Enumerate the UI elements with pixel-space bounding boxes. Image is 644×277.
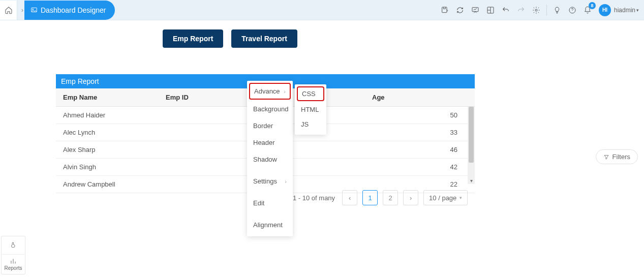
cell-age: 33 xyxy=(365,124,475,141)
cell-id xyxy=(159,107,250,124)
menu-alignment[interactable]: Alignment xyxy=(247,217,293,233)
menu-label: Settings xyxy=(253,177,277,185)
menu-background[interactable]: Background xyxy=(247,101,293,117)
col-emp-name[interactable]: Emp Name xyxy=(56,88,159,106)
username-label: hiadmin xyxy=(614,7,635,14)
scroll-down-icon[interactable]: ▾ xyxy=(468,177,475,184)
undo-icon[interactable] xyxy=(499,3,513,17)
page-next[interactable]: › xyxy=(403,190,418,205)
menu-shadow[interactable]: Shadow xyxy=(247,151,293,168)
avatar[interactable]: HI xyxy=(599,4,611,16)
menu-label: Alignment xyxy=(253,221,283,229)
cell-id xyxy=(159,176,250,193)
dock-reports[interactable]: Reports xyxy=(2,255,25,274)
svg-rect-2 xyxy=(442,7,447,13)
cell-name: Alec Lynch xyxy=(56,124,159,141)
cell-age: 46 xyxy=(365,141,475,158)
submenu-js[interactable]: JS xyxy=(295,117,326,132)
bulb-icon[interactable] xyxy=(550,3,564,17)
breadcrumb-label: Dashboard Designer xyxy=(41,6,106,14)
submenu-html[interactable]: HTML xyxy=(295,102,326,117)
cell-id xyxy=(159,124,250,141)
scroll-thumb[interactable] xyxy=(469,107,474,163)
layout-icon[interactable] xyxy=(483,3,498,17)
filter-icon xyxy=(603,154,609,160)
home-icon xyxy=(5,6,13,14)
image-icon xyxy=(30,7,38,14)
page-1[interactable]: 1 xyxy=(362,190,378,205)
username-dropdown[interactable]: hiadmin ▾ xyxy=(614,7,639,14)
page-prev[interactable]: ‹ xyxy=(342,190,357,205)
filters-button[interactable]: Filters xyxy=(596,149,638,164)
dock-tap-icon[interactable] xyxy=(2,236,25,255)
dock-reports-label: Reports xyxy=(4,265,22,271)
report-tabs: Emp Report Travel Report xyxy=(163,29,644,48)
context-submenu-advance: CSS HTML JS xyxy=(295,84,326,135)
refresh-icon[interactable] xyxy=(453,3,467,17)
canvas: Emp Report Travel Report Emp Report Emp … xyxy=(0,20,644,48)
chevron-down-icon: ▾ xyxy=(636,8,639,13)
save-dropdown-icon[interactable] xyxy=(438,3,452,17)
breadcrumb-dashboard-designer[interactable]: Dashboard Designer xyxy=(24,1,115,20)
chevron-right-icon: › xyxy=(285,178,287,184)
context-menu: Advance › Background Border Header Shado… xyxy=(247,81,293,236)
page-size-select[interactable]: 10 / page ▾ xyxy=(423,190,468,205)
filters-label: Filters xyxy=(612,153,630,161)
pagination: 1 - 10 of many ‹ 1 2 › 10 / page ▾ xyxy=(293,190,468,205)
page-info: 1 - 10 of many xyxy=(293,194,335,202)
menu-label: Background xyxy=(253,105,288,113)
vertical-scrollbar[interactable]: ▾ xyxy=(468,107,475,184)
toolbar-divider xyxy=(546,5,547,16)
gear-icon[interactable] xyxy=(529,3,543,17)
notification-badge: 8 xyxy=(589,2,596,9)
chevron-down-icon: ▾ xyxy=(459,195,462,200)
cell-id xyxy=(159,141,250,158)
cell-name: Ahmed Haider xyxy=(56,107,159,124)
menu-settings[interactable]: Settings › xyxy=(247,173,293,190)
presentation-icon[interactable] xyxy=(468,3,482,17)
topbar-actions: 8 HI hiadmin ▾ xyxy=(438,3,644,17)
chevron-right-icon: › xyxy=(284,88,286,95)
menu-label: Header xyxy=(253,139,275,146)
menu-label: Border xyxy=(253,122,273,130)
cell-name: Alvin Singh xyxy=(56,159,159,175)
menu-advance[interactable]: Advance › xyxy=(249,83,291,100)
bell-icon[interactable]: 8 xyxy=(580,3,595,17)
menu-label: Advance xyxy=(254,87,280,95)
help-icon[interactable] xyxy=(565,3,579,17)
redo-icon[interactable] xyxy=(514,3,528,17)
svg-point-1 xyxy=(33,9,34,10)
page-size-label: 10 / page xyxy=(429,194,456,202)
menu-label: Shadow xyxy=(253,156,277,163)
col-emp-id[interactable]: Emp ID xyxy=(159,88,250,106)
menu-header[interactable]: Header xyxy=(247,134,293,151)
menu-edit[interactable]: Edit xyxy=(247,195,293,211)
cell-name: Andrew Campbell xyxy=(56,176,159,193)
topbar: › Dashboard Designer 8 HI hiadmin ▾ xyxy=(0,0,644,20)
menu-border[interactable]: Border xyxy=(247,117,293,134)
tab-emp-report[interactable]: Emp Report xyxy=(163,29,223,48)
component-dock: Reports xyxy=(1,236,25,274)
cell-age: 50 xyxy=(365,107,475,124)
submenu-css[interactable]: CSS xyxy=(297,86,324,101)
cell-name: Alex Sharp xyxy=(56,141,159,158)
svg-point-5 xyxy=(535,9,537,11)
menu-label: Edit xyxy=(253,199,264,207)
cell-id xyxy=(159,159,250,175)
col-age[interactable]: Age xyxy=(365,88,475,106)
tab-travel-report[interactable]: Travel Report xyxy=(231,29,297,48)
home-button[interactable] xyxy=(0,1,17,20)
page-2[interactable]: 2 xyxy=(383,190,398,205)
cell-age: 42 xyxy=(365,159,475,175)
